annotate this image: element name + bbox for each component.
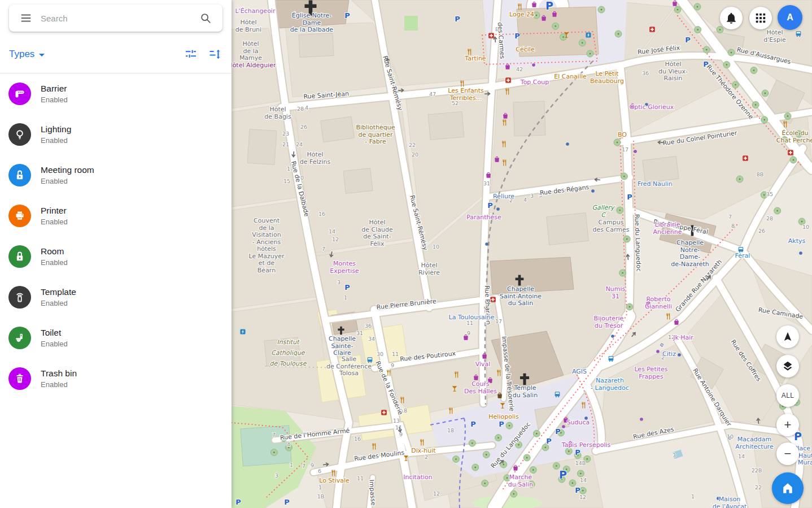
type-item-template[interactable]: Template Enabled (0, 277, 232, 318)
house-number: 31 (483, 180, 490, 186)
place-label: AGIS (572, 368, 587, 375)
house-number: 31 (356, 330, 363, 336)
tree-icon (518, 444, 519, 446)
menu-button[interactable] (15, 7, 37, 29)
parking-icon: P (499, 420, 504, 428)
parking-icon: P (344, 283, 350, 292)
poi-dot-icon (640, 418, 643, 421)
type-item-status: Enabled (41, 380, 77, 389)
house-number: 1 (290, 462, 293, 468)
apps-grid-button[interactable] (749, 7, 772, 29)
tree-icon (776, 210, 778, 212)
notifications-button[interactable] (720, 7, 743, 29)
tree-icon (793, 159, 794, 161)
house-number: 6 (318, 468, 321, 474)
type-item-label: Room (41, 246, 68, 257)
house-number: 14B (575, 460, 586, 466)
parking-icon: P (555, 427, 561, 436)
home-button[interactable] (772, 472, 804, 504)
house-number: 4 (305, 105, 308, 111)
charge-icon (240, 329, 245, 334)
tree-icon (731, 52, 732, 54)
chevron-down-icon (39, 54, 45, 57)
poi-dot-icon (496, 207, 500, 211)
type-item-status: Enabled (41, 340, 68, 348)
tree-icon (619, 210, 621, 211)
poi-dot-icon (485, 242, 488, 246)
tree-icon (706, 49, 708, 51)
bell-icon (724, 11, 738, 25)
tree-icon (572, 483, 574, 484)
tree-icon (513, 493, 514, 495)
tree-icon (472, 442, 473, 444)
place-label: Tapis Persépolis (561, 441, 611, 449)
place-label: Tartine (464, 55, 486, 62)
all-filter-button[interactable]: ALL (776, 384, 799, 407)
type-item-label: Trash bin (41, 368, 77, 379)
search-icon (199, 12, 212, 24)
house-number: 35 (766, 191, 773, 197)
house-number: 11 (392, 351, 399, 357)
tree-icon (568, 450, 570, 452)
type-item-barrier[interactable]: Barrier Enabled (0, 73, 232, 114)
place-label: Bijouteriedu Trésor (594, 315, 624, 329)
home-icon (780, 481, 795, 496)
filter-button[interactable] (183, 46, 199, 62)
layers-button[interactable] (776, 355, 799, 377)
tree-icon (622, 272, 623, 274)
compass-button[interactable] (776, 325, 799, 348)
house-number: 28 (297, 106, 304, 112)
type-item-printer[interactable]: Printer Enabled (0, 196, 232, 236)
place-label: Féral (735, 252, 750, 259)
zoom-out-button[interactable]: − (776, 442, 799, 465)
house-number: 1 (660, 342, 663, 348)
types-header: Types (0, 41, 232, 68)
poi-dot-icon (566, 142, 569, 146)
tree-icon (629, 306, 631, 308)
type-item-label: Barrier (41, 84, 68, 94)
type-item-room[interactable]: Room Enabled (0, 236, 232, 277)
search-button[interactable] (194, 7, 217, 29)
tree-icon (677, 9, 679, 11)
avatar[interactable]: A (778, 5, 802, 30)
place-label: Cécile (516, 46, 535, 53)
place-label: La Toulousaine (449, 314, 495, 321)
search-input[interactable] (40, 13, 192, 24)
sort-button[interactable] (207, 46, 222, 62)
place-label: MacaddamArchitecture (735, 436, 774, 450)
type-item-meeting-room[interactable]: Meeting room Enabled (0, 155, 232, 196)
house-number: 23 (282, 131, 289, 137)
tree-icon (503, 464, 504, 466)
zoom-in-button[interactable]: + (776, 414, 799, 436)
type-item-lighting[interactable]: Lighting Enabled (0, 114, 232, 155)
place-label: Top Coup (520, 79, 549, 86)
parking-icon: P (559, 468, 567, 481)
type-item-trash-bin[interactable]: Trash bin Enabled (0, 358, 232, 399)
tree-icon (755, 104, 757, 106)
house-number: 17 (495, 318, 502, 324)
house-number: 8B (757, 171, 764, 177)
tree-icon (486, 454, 487, 455)
tree-icon (556, 465, 557, 467)
parking-icon: P (546, 437, 552, 445)
house-number: 3 (275, 472, 278, 479)
parking-icon: P (344, 11, 350, 20)
tree-icon (617, 142, 618, 144)
types-dropdown[interactable]: Types (9, 49, 45, 60)
house-number: 7 (728, 214, 732, 220)
tree-icon (626, 238, 628, 240)
house-number: 28 (766, 215, 773, 222)
place-label: Reliure (493, 193, 514, 200)
place-label: Nazareth- Languedoc (591, 377, 629, 392)
map-canvas[interactable]: PPPPPPPPPPPPPPPPPPPP 2826234212417152016… (232, 0, 812, 508)
poi-dot-icon (678, 353, 681, 357)
tree-icon (484, 483, 486, 484)
house-number: 34 (368, 336, 375, 342)
house-number: 12 (433, 490, 440, 497)
house-number: 12 (579, 494, 586, 500)
type-item-status: Enabled (41, 258, 68, 267)
poi-dot-icon (532, 63, 535, 67)
search-bar (9, 5, 222, 32)
place-label: RobertoGiannelli (645, 296, 672, 310)
type-item-toilet[interactable]: Toilet Enabled (0, 318, 232, 358)
